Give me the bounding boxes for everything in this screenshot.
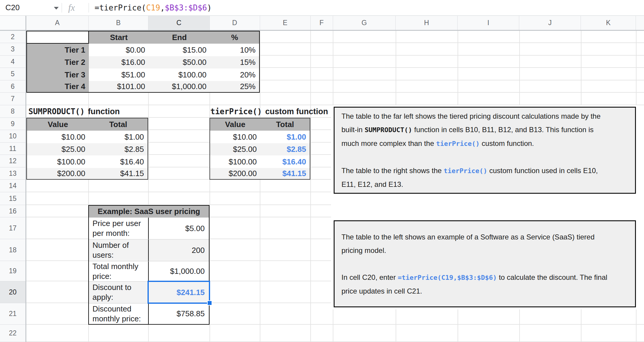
chevron-down-icon[interactable] bbox=[54, 7, 59, 10]
cell[interactable]: 20% bbox=[210, 68, 259, 81]
cell[interactable]: $1,000.00 bbox=[149, 261, 209, 281]
cell[interactable]: $16.40 bbox=[89, 155, 148, 168]
cell[interactable]: $1.00 bbox=[260, 131, 310, 143]
row-header[interactable]: 21 bbox=[0, 303, 25, 325]
row-header[interactable]: 16 bbox=[0, 205, 25, 217]
row-header[interactable]: 4 bbox=[0, 56, 25, 68]
column-header[interactable]: H bbox=[395, 16, 457, 30]
row-header[interactable]: 18 bbox=[0, 239, 25, 261]
column-header[interactable]: D bbox=[209, 16, 260, 30]
cell[interactable]: $200.00 bbox=[210, 168, 260, 179]
cell[interactable]: $101.00 bbox=[89, 81, 149, 92]
cell[interactable]: $25.00 bbox=[210, 143, 260, 155]
tier-header-end[interactable]: End bbox=[149, 31, 210, 44]
row-header[interactable]: 5 bbox=[0, 68, 25, 80]
header-value[interactable]: Value bbox=[27, 118, 89, 131]
cell[interactable]: 25% bbox=[210, 81, 259, 92]
row-header[interactable]: 13 bbox=[0, 167, 25, 180]
cell[interactable]: $2.85 bbox=[89, 143, 148, 155]
row-header[interactable]: 10 bbox=[0, 130, 25, 143]
cell[interactable]: Number of users: bbox=[89, 239, 149, 261]
select-all-corner[interactable] bbox=[0, 16, 26, 31]
note-box-sumproduct[interactable]: The table to the far left shows the tier… bbox=[334, 107, 636, 194]
cell[interactable]: Discount to apply: bbox=[89, 282, 149, 303]
cell[interactable]: $50.00 bbox=[149, 56, 210, 68]
column-header[interactable]: J bbox=[519, 16, 581, 30]
header-value[interactable]: Value bbox=[210, 118, 260, 131]
row-header[interactable]: 19 bbox=[0, 261, 25, 281]
column-header[interactable]: E bbox=[260, 16, 310, 30]
name-box[interactable]: C20 bbox=[5, 0, 20, 15]
cell[interactable]: $100.00 bbox=[149, 68, 210, 81]
cell[interactable]: $10.00 bbox=[210, 131, 260, 143]
row-header[interactable]: 7 bbox=[0, 93, 25, 105]
cell[interactable]: $758.85 bbox=[149, 303, 209, 324]
cell[interactable]: Total monthly price: bbox=[89, 261, 149, 281]
cell[interactable]: $15.00 bbox=[149, 44, 210, 56]
row-header[interactable]: 3 bbox=[0, 43, 25, 56]
column-header[interactable]: B bbox=[88, 16, 148, 30]
row-header[interactable]: 17 bbox=[0, 217, 25, 239]
row-header[interactable]: 6 bbox=[0, 80, 25, 93]
text-segment: The table to the right shows the bbox=[341, 167, 444, 175]
saas-table-title[interactable]: Example: SaaS user pricing bbox=[89, 206, 209, 217]
cell[interactable]: Tier 2 bbox=[27, 56, 89, 68]
cell[interactable]: $41.15 bbox=[260, 168, 310, 179]
table-row: $200.00 $41.15 bbox=[210, 168, 310, 179]
cell-a2[interactable] bbox=[27, 31, 89, 44]
column-header[interactable]: A bbox=[26, 16, 88, 30]
header-total[interactable]: Total bbox=[89, 118, 148, 131]
row-header[interactable]: 8 bbox=[0, 105, 25, 118]
text-segment: $B$3:$D$6 bbox=[165, 3, 207, 12]
tier-header-pct[interactable]: % bbox=[210, 31, 259, 44]
row-header[interactable]: 14 bbox=[0, 180, 25, 192]
column-header[interactable]: I bbox=[457, 16, 519, 30]
cell[interactable]: 10% bbox=[210, 44, 259, 56]
cell[interactable]: $0.00 bbox=[89, 44, 149, 56]
cell[interactable]: Tier 3 bbox=[27, 68, 89, 81]
cell[interactable]: $41.15 bbox=[89, 168, 148, 179]
row-header[interactable]: 22 bbox=[0, 325, 25, 342]
row-header[interactable]: 11 bbox=[0, 143, 25, 155]
cell[interactable]: $5.00 bbox=[149, 218, 209, 239]
formula-input[interactable]: =tierPrice(C19,$B$3:$D$6) bbox=[95, 0, 212, 15]
cell[interactable]: $10.00 bbox=[27, 131, 89, 143]
cell[interactable]: Tier 1 bbox=[27, 44, 89, 56]
row-header[interactable]: 9 bbox=[0, 118, 25, 130]
row-header[interactable]: 12 bbox=[0, 155, 25, 167]
cell[interactable]: $16.00 bbox=[89, 56, 149, 68]
column-header[interactable]: G bbox=[333, 16, 396, 30]
cell[interactable]: $51.00 bbox=[89, 68, 149, 81]
column-header[interactable]: F bbox=[310, 16, 333, 30]
row-header[interactable]: 2 bbox=[0, 31, 25, 43]
row-header[interactable]: 20 bbox=[0, 281, 25, 303]
selected-cell-value[interactable]: $241.15 bbox=[149, 282, 209, 303]
cell[interactable]: $200.00 bbox=[27, 168, 89, 179]
column-header[interactable]: C bbox=[148, 16, 209, 30]
note-box-saas[interactable]: The table to the left shows an example o… bbox=[334, 220, 636, 307]
formula-bar: C20 fx =tierPrice(C19,$B$3:$D$6) bbox=[0, 0, 644, 16]
column-header[interactable]: K bbox=[581, 16, 636, 30]
cell[interactable]: $16.40 bbox=[260, 155, 310, 168]
header-total[interactable]: Total bbox=[260, 118, 310, 131]
cell[interactable]: $2.85 bbox=[260, 143, 310, 155]
cell[interactable]: 200 bbox=[149, 239, 209, 261]
text-segment: =tierPrice(C19,$B$3:$D$6) bbox=[398, 274, 497, 281]
cell[interactable]: $100.00 bbox=[27, 155, 89, 168]
cell[interactable]: Tier 4 bbox=[27, 81, 89, 92]
cell[interactable]: $1.00 bbox=[89, 131, 148, 143]
table-row: $10.00 $1.00 bbox=[210, 131, 310, 143]
cell[interactable]: $100.00 bbox=[210, 155, 260, 168]
fill-handle[interactable] bbox=[207, 300, 212, 306]
cell[interactable]: $1,000.00 bbox=[149, 81, 210, 92]
table-row: Tier 4 $101.00 $1,000.00 25% bbox=[27, 81, 259, 92]
cell[interactable]: 15% bbox=[210, 56, 259, 68]
cell[interactable]: Discounted monthly price: bbox=[89, 303, 149, 324]
row-header[interactable]: 15 bbox=[0, 192, 25, 205]
cell[interactable]: Price per user per month: bbox=[89, 218, 149, 239]
note-paragraph: The table to the right shows the tierPri… bbox=[341, 164, 628, 191]
tierprice-title-rest: custom function bbox=[265, 107, 328, 116]
tier-header-start[interactable]: Start bbox=[89, 31, 149, 44]
text-segment: SUMPRODUCT() bbox=[364, 126, 412, 134]
cell[interactable]: $25.00 bbox=[27, 143, 89, 155]
